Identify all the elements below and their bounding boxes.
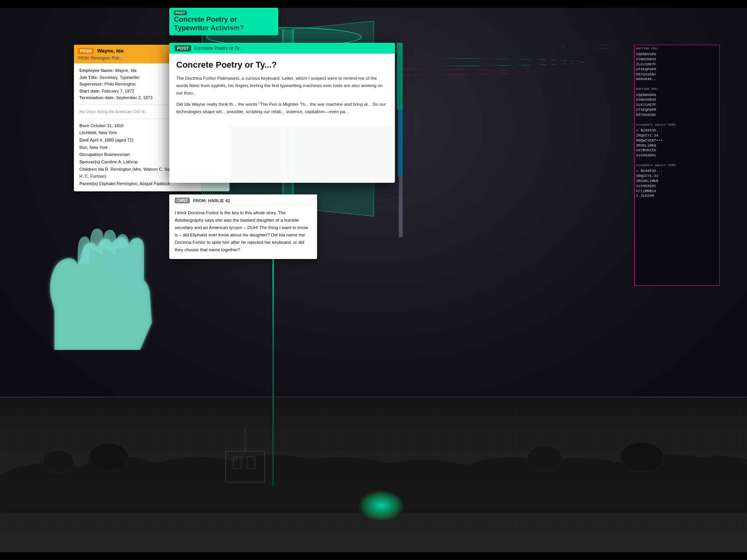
post-article-para2: Did Ida Wayne really think th... the wor… [176, 101, 388, 116]
post-article-card[interactable]: POST Concrete Poetry or Ty... Concrete P… [169, 43, 395, 183]
matrix-section-3: elsewhere advert SIDE: = $248535...2RQUI… [636, 123, 718, 158]
post-article-para1: The Doctrina Fortior Palimpsest, a curio… [176, 75, 388, 97]
cmnt-card[interactable]: CMNT FROM: HARLIE 42 I think Doctrina Fo… [169, 194, 317, 259]
svg-point-7 [621, 442, 663, 472]
main-scene: ...used hisand part...forms...theWayne, … [0, 0, 747, 560]
bottom-bar [0, 552, 747, 560]
svg-point-5 [89, 443, 128, 471]
post-article-header-title: Concrete Poetry or Ty... [194, 46, 243, 51]
cmnt-label: CMNT [175, 198, 190, 203]
post-article-body: Concrete Poetry or Ty...? The Doctrina F… [169, 54, 395, 126]
bottom-glowing-figure [358, 490, 405, 521]
post-article-label: POST [175, 45, 191, 51]
side-tab-gray [399, 177, 403, 237]
post-sm-label: POST [174, 10, 187, 15]
cmnt-from: FROM: HARLIE 42 [193, 198, 230, 203]
matrix-section-4: elsewhere advert SIDE: = $248535...3RQUI… [636, 163, 718, 199]
hand-silhouette [23, 187, 163, 350]
cmnt-header: CMNT FROM: HARLIE 42 [169, 194, 317, 205]
top-bar [0, 0, 747, 8]
side-tab-teal [397, 43, 403, 110]
matrix-section-1: KOPYING IDG: ASERWVUPOXYWVU5R432LKJ1HG7F… [636, 47, 718, 82]
side-tab-blue [398, 110, 403, 177]
prsn-name: Wayne, Ida [97, 48, 123, 54]
side-tabs [397, 43, 409, 237]
cylinder-top [206, 27, 362, 47]
svg-point-4 [43, 450, 74, 474]
svg-point-6 [527, 446, 562, 471]
matrix-panel: KOPYING IDG: ASERWVUPOXYWVU5R432LKJ1HG7F… [634, 45, 720, 286]
prsn-subtitle: PRSN: Remington, Phili... [78, 56, 123, 60]
prsn-label: PRSN [78, 48, 94, 54]
cmnt-body: I think Doctrina Fortior is the key to t… [169, 205, 317, 259]
matrix-section-2: KOPYING IDG: ASERWVUPOXYWVU5R432LKJ1HG7F… [636, 87, 718, 117]
post-header-label-small: POST [174, 11, 274, 15]
post-article-title: Concrete Poetry or Ty...? [176, 60, 388, 70]
